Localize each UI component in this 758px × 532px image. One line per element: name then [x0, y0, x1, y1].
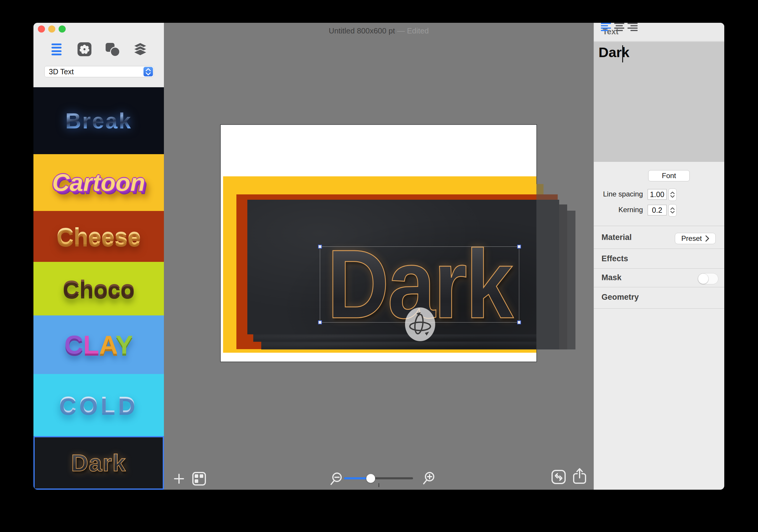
section-divider: [594, 308, 724, 309]
presets-list-icon[interactable]: [52, 44, 61, 55]
effects-section-label[interactable]: Effects: [602, 254, 628, 263]
kerning-stepper[interactable]: [668, 204, 677, 217]
inspector-panel: Text Dark Font Line spacing 1.00 K: [594, 23, 724, 490]
sidebar-mode-toolbar: [33, 41, 164, 58]
app-window: 3D Text BreakCartoonCheeseChocoCLAYCOLDD…: [33, 23, 724, 490]
inspector-header: Text: [594, 23, 724, 41]
preset-category-dropdown[interactable]: 3D Text: [44, 66, 154, 77]
zoom-out-icon[interactable]: [329, 472, 343, 485]
material-section-label: Material: [602, 233, 632, 242]
flower-glyph: [78, 42, 91, 56]
preset-tile-cheese[interactable]: Cheese: [33, 211, 164, 262]
zoom-slider[interactable]: [344, 477, 413, 479]
align-left-button[interactable]: [601, 23, 611, 31]
layout-grid-button[interactable]: [192, 472, 206, 485]
preset-tile-label: Cartoon: [52, 169, 145, 196]
preset-tile-label: Break: [65, 108, 132, 133]
offcanvas-dimmed-dark-step: [559, 204, 567, 349]
text-content-value: Dark: [599, 44, 630, 60]
section-divider: [594, 226, 724, 226]
kerning-input[interactable]: 0.2: [648, 205, 667, 215]
mask-toggle-knob: [698, 273, 708, 284]
minimize-window-button[interactable]: [48, 25, 55, 33]
align-right-button[interactable]: [628, 23, 637, 31]
chevron-right-icon: [705, 235, 709, 242]
zoom-slider-thumb[interactable]: [366, 474, 375, 483]
mask-section-label[interactable]: Mask: [602, 273, 622, 282]
sidebar-toolbar: 3D Text: [33, 23, 164, 87]
mask-toggle[interactable]: [698, 273, 718, 284]
preset-category-value: 3D Text: [49, 67, 74, 76]
font-button[interactable]: Font: [648, 170, 690, 181]
document-title-text: Untitled 800x600 pt: [329, 26, 395, 35]
preset-tile-cartoon[interactable]: Cartoon: [33, 154, 164, 211]
preset-tile-label: Cheese: [56, 223, 141, 250]
offcanvas-dimmed-dark-step: [567, 211, 575, 349]
offcanvas-dimmed-red: [536, 195, 558, 200]
preset-tile-label: Dark: [71, 449, 126, 477]
preset-tile-dark[interactable]: Dark: [33, 436, 164, 490]
sidebar: 3D Text BreakCartoonCheeseChocoCLAYCOLDD…: [33, 23, 164, 490]
dropdown-stepper-icon[interactable]: [144, 67, 153, 76]
screenshot-stage: 3D Text BreakCartoonCheeseChocoCLAYCOLDD…: [0, 0, 758, 532]
section-divider: [594, 287, 724, 287]
section-divider: [594, 249, 724, 249]
preset-tile-label: CLAY: [64, 330, 133, 360]
preset-tile-choco[interactable]: Choco: [33, 262, 164, 315]
background-layer-dark-step: [261, 342, 536, 349]
preset-list: BreakCartoonCheeseChocoCLAYCOLDDark: [33, 88, 164, 490]
zoom-window-button[interactable]: [58, 25, 66, 33]
line-spacing-label: Line spacing: [594, 189, 643, 200]
close-window-button[interactable]: [38, 25, 45, 33]
line-spacing-input[interactable]: 1.00: [648, 189, 667, 200]
layers-icon[interactable]: [133, 42, 148, 58]
kerning-label: Kerning: [594, 204, 643, 215]
preset-tile-label: Choco: [63, 275, 135, 302]
geometry-section-label[interactable]: Geometry: [602, 293, 639, 302]
align-center-button[interactable]: [614, 23, 624, 31]
document-title: Untitled 800x600 pt — Edited: [164, 26, 594, 36]
material-preset-button[interactable]: Preset: [675, 233, 716, 244]
share-icon[interactable]: [572, 468, 587, 484]
preset-tile-break[interactable]: Break: [33, 88, 164, 154]
offcanvas-dimmed-yellow: [536, 184, 543, 195]
zoom-in-icon[interactable]: [422, 471, 435, 485]
effects-flower-icon[interactable]: [78, 42, 91, 56]
preset-tile-clay[interactable]: CLAY: [33, 315, 164, 374]
zoom-slider-tick: [378, 483, 379, 487]
add-object-button[interactable]: [174, 474, 184, 484]
preset-tile-cold[interactable]: COLD: [33, 374, 164, 436]
expand-canvas-icon[interactable]: [551, 470, 566, 484]
line-spacing-stepper[interactable]: [668, 189, 677, 201]
preset-tile-label: COLD: [59, 391, 138, 419]
canvas-workspace[interactable]: Untitled 800x600 pt — Edited Dark: [164, 23, 594, 490]
rotate-3d-gizmo-icon[interactable]: [404, 307, 436, 342]
material-preset-label: Preset: [681, 234, 702, 243]
text-content-input[interactable]: Dark: [594, 42, 724, 162]
zoom-slider-fill: [344, 477, 366, 479]
document-edited-badge: — Edited: [397, 26, 429, 35]
offcanvas-dimmed-dark: [536, 200, 559, 349]
shapes-icon[interactable]: [105, 43, 120, 58]
text-cursor: [622, 45, 623, 62]
section-divider: [594, 268, 724, 269]
